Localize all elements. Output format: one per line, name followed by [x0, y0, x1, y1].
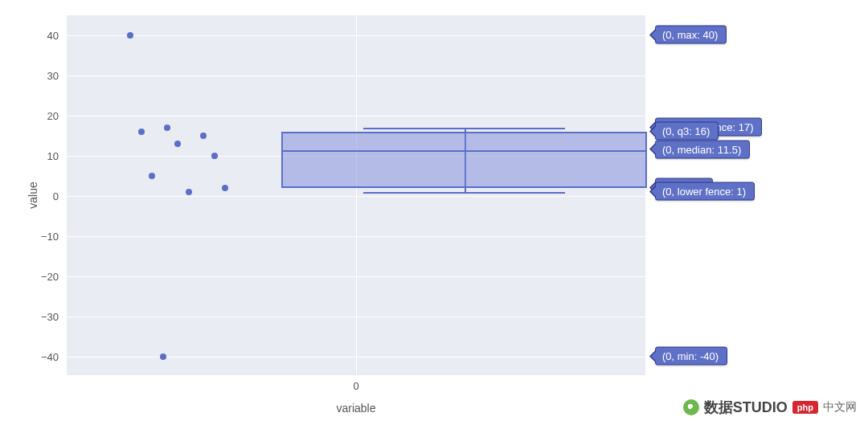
watermark-brand: 数据STUDIO — [704, 398, 788, 417]
y-gridline — [67, 236, 645, 237]
y-tick-label: −10 — [41, 231, 67, 243]
x-axis-label: variable — [336, 402, 375, 415]
jitter-point — [186, 189, 192, 195]
x-tick-label: 0 — [353, 375, 358, 392]
annotation-callout: (0, lower fence: 1) — [655, 182, 755, 201]
y-tick-label: −20 — [41, 271, 67, 283]
annotation-callout: (0, min: -40) — [655, 347, 727, 366]
jitter-point — [138, 129, 145, 135]
y-gridline — [67, 76, 645, 76]
box-iqr — [281, 132, 647, 188]
jitter-point — [200, 133, 207, 139]
whisker-cap-upper — [363, 128, 564, 129]
plot-area: −40−30−20−100102030400 — [66, 14, 646, 376]
annotation-callout: (0, median: 11.5) — [655, 140, 750, 158]
figure: −40−30−20−100102030400 value variable 数据… — [0, 0, 868, 425]
watermark: 数据STUDIO php 中文网 — [683, 398, 857, 417]
y-gridline — [67, 317, 645, 317]
annotation-callout: (0, max: 40) — [655, 26, 727, 44]
y-tick-label: 30 — [47, 70, 67, 82]
jitter-point — [211, 153, 218, 159]
y-gridline — [67, 196, 645, 197]
jitter-point — [127, 32, 133, 39]
y-gridline — [67, 35, 645, 36]
jitter-point — [149, 173, 155, 179]
median-line — [281, 150, 647, 152]
y-tick-label: −40 — [41, 351, 67, 363]
jitter-point — [160, 353, 166, 360]
y-gridline — [67, 276, 645, 277]
jitter-point — [174, 141, 181, 147]
y-tick-label: 0 — [53, 190, 67, 202]
annotation-callout: (0, q3: 16) — [655, 122, 719, 141]
y-tick-label: 20 — [47, 110, 67, 122]
x-gridline — [356, 15, 357, 375]
whisker-cap-lower — [363, 192, 564, 194]
y-axis-label: value — [27, 182, 39, 208]
y-tick-label: −30 — [41, 311, 67, 323]
y-gridline — [67, 357, 645, 358]
jitter-point — [164, 125, 170, 131]
watermark-badge: php — [792, 401, 818, 414]
watermark-sub: 中文网 — [823, 400, 857, 415]
jitter-point — [222, 185, 228, 191]
y-gridline — [67, 116, 645, 116]
y-tick-label: 40 — [47, 30, 67, 42]
wechat-icon — [683, 399, 699, 415]
y-tick-label: 10 — [47, 150, 67, 162]
